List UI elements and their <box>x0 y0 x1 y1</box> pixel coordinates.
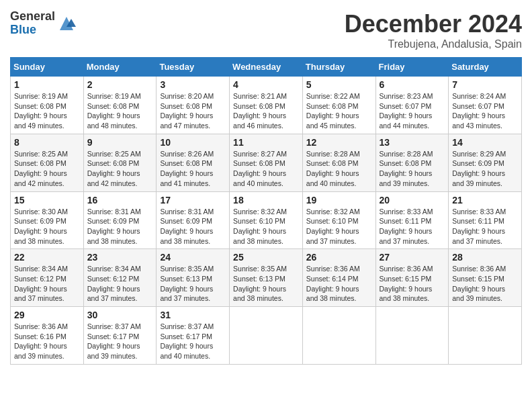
day-info: Sunrise: 8:23 AMSunset: 6:07 PMDaylight:… <box>380 92 433 130</box>
day-info: Sunrise: 8:25 AMSunset: 6:08 PMDaylight:… <box>87 150 141 187</box>
day-info: Sunrise: 8:33 AMSunset: 6:11 PMDaylight:… <box>452 208 506 245</box>
day-number: 14 <box>452 137 518 148</box>
header-day-saturday: Saturday <box>449 58 522 77</box>
day-number: 15 <box>14 195 80 205</box>
calendar-cell: 27 Sunrise: 8:36 AMSunset: 6:15 PMDaylig… <box>375 249 449 307</box>
calendar-table: SundayMondayTuesdayWednesdayThursdayFrid… <box>10 57 522 365</box>
calendar-cell: 22 Sunrise: 8:34 AMSunset: 6:12 PMDaylig… <box>11 249 84 307</box>
calendar-cell: 4 Sunrise: 8:21 AMSunset: 6:08 PMDayligh… <box>230 77 303 134</box>
day-number: 22 <box>14 252 80 263</box>
day-number: 6 <box>380 79 445 90</box>
page-header: General Blue December 2024 Trebujena, An… <box>10 10 522 50</box>
day-number: 17 <box>160 195 226 205</box>
calendar-cell: 16 Sunrise: 8:31 AMSunset: 6:09 PMDaylig… <box>83 191 157 249</box>
day-info: Sunrise: 8:36 AMSunset: 6:16 PMDaylight:… <box>14 322 68 360</box>
day-number: 2 <box>87 79 153 90</box>
calendar-cell: 5 Sunrise: 8:22 AMSunset: 6:08 PMDayligh… <box>302 77 375 134</box>
header-day-monday: Monday <box>83 58 157 77</box>
day-info: Sunrise: 8:27 AMSunset: 6:08 PMDaylight:… <box>233 150 287 187</box>
day-number: 8 <box>14 137 80 148</box>
day-number: 16 <box>87 195 153 205</box>
month-title: December 2024 <box>345 10 522 38</box>
day-number: 31 <box>160 310 226 320</box>
header-day-tuesday: Tuesday <box>157 58 230 77</box>
day-number: 13 <box>380 137 445 148</box>
calendar-cell: 31 Sunrise: 8:37 AMSunset: 6:17 PMDaylig… <box>157 307 230 365</box>
calendar-cell: 24 Sunrise: 8:35 AMSunset: 6:13 PMDaylig… <box>157 249 230 307</box>
day-info: Sunrise: 8:32 AMSunset: 6:10 PMDaylight:… <box>233 208 287 245</box>
day-number: 27 <box>380 252 445 263</box>
day-info: Sunrise: 8:20 AMSunset: 6:08 PMDaylight:… <box>160 92 214 130</box>
calendar-cell: 26 Sunrise: 8:36 AMSunset: 6:14 PMDaylig… <box>302 249 375 307</box>
day-number: 19 <box>306 195 372 205</box>
day-info: Sunrise: 8:29 AMSunset: 6:09 PMDaylight:… <box>452 150 506 187</box>
day-number: 18 <box>233 195 299 205</box>
calendar-cell: 25 Sunrise: 8:35 AMSunset: 6:13 PMDaylig… <box>230 249 303 307</box>
day-info: Sunrise: 8:22 AMSunset: 6:08 PMDaylight:… <box>306 92 360 130</box>
day-number: 10 <box>160 137 226 148</box>
day-info: Sunrise: 8:35 AMSunset: 6:13 PMDaylight:… <box>233 265 287 302</box>
day-number: 4 <box>233 79 299 90</box>
title-area: December 2024 Trebujena, Andalusia, Spai… <box>345 10 522 50</box>
day-info: Sunrise: 8:28 AMSunset: 6:08 PMDaylight:… <box>380 150 433 187</box>
day-number: 9 <box>87 137 153 148</box>
week-row-3: 15 Sunrise: 8:30 AMSunset: 6:09 PMDaylig… <box>11 191 522 249</box>
day-info: Sunrise: 8:37 AMSunset: 6:17 PMDaylight:… <box>87 322 141 360</box>
calendar-cell: 15 Sunrise: 8:30 AMSunset: 6:09 PMDaylig… <box>11 191 84 249</box>
day-number: 24 <box>160 252 226 263</box>
day-number: 30 <box>87 310 153 320</box>
day-info: Sunrise: 8:31 AMSunset: 6:09 PMDaylight:… <box>87 208 141 245</box>
week-row-4: 22 Sunrise: 8:34 AMSunset: 6:12 PMDaylig… <box>11 249 522 307</box>
day-info: Sunrise: 8:34 AMSunset: 6:12 PMDaylight:… <box>87 265 141 302</box>
calendar-cell: 13 Sunrise: 8:28 AMSunset: 6:08 PMDaylig… <box>375 134 449 191</box>
day-info: Sunrise: 8:28 AMSunset: 6:08 PMDaylight:… <box>306 150 360 187</box>
week-row-1: 1 Sunrise: 8:19 AMSunset: 6:08 PMDayligh… <box>11 77 522 134</box>
calendar-cell: 7 Sunrise: 8:24 AMSunset: 6:07 PMDayligh… <box>449 77 522 134</box>
day-number: 23 <box>87 252 153 263</box>
day-info: Sunrise: 8:36 AMSunset: 6:15 PMDaylight:… <box>380 265 433 302</box>
logo-text: General Blue <box>10 10 55 37</box>
header-row: SundayMondayTuesdayWednesdayThursdayFrid… <box>11 58 522 77</box>
day-info: Sunrise: 8:24 AMSunset: 6:07 PMDaylight:… <box>452 92 506 130</box>
calendar-cell: 23 Sunrise: 8:34 AMSunset: 6:12 PMDaylig… <box>83 249 157 307</box>
day-info: Sunrise: 8:35 AMSunset: 6:13 PMDaylight:… <box>160 265 214 302</box>
calendar-cell: 9 Sunrise: 8:25 AMSunset: 6:08 PMDayligh… <box>83 134 157 191</box>
day-number: 12 <box>306 137 372 148</box>
header-day-sunday: Sunday <box>11 58 84 77</box>
day-info: Sunrise: 8:36 AMSunset: 6:15 PMDaylight:… <box>452 265 506 302</box>
day-number: 1 <box>14 79 80 90</box>
day-info: Sunrise: 8:36 AMSunset: 6:14 PMDaylight:… <box>306 265 360 302</box>
week-row-2: 8 Sunrise: 8:25 AMSunset: 6:08 PMDayligh… <box>11 134 522 191</box>
day-number: 28 <box>452 252 518 263</box>
calendar-cell: 2 Sunrise: 8:19 AMSunset: 6:08 PMDayligh… <box>83 77 157 134</box>
calendar-cell: 18 Sunrise: 8:32 AMSunset: 6:10 PMDaylig… <box>230 191 303 249</box>
calendar-body: 1 Sunrise: 8:19 AMSunset: 6:08 PMDayligh… <box>11 77 522 365</box>
header-day-wednesday: Wednesday <box>230 58 303 77</box>
header-day-friday: Friday <box>375 58 449 77</box>
calendar-cell: 12 Sunrise: 8:28 AMSunset: 6:08 PMDaylig… <box>302 134 375 191</box>
header-day-thursday: Thursday <box>302 58 375 77</box>
calendar-cell: 3 Sunrise: 8:20 AMSunset: 6:08 PMDayligh… <box>157 77 230 134</box>
calendar-cell: 10 Sunrise: 8:26 AMSunset: 6:08 PMDaylig… <box>157 134 230 191</box>
day-info: Sunrise: 8:21 AMSunset: 6:08 PMDaylight:… <box>233 92 287 130</box>
calendar-cell: 8 Sunrise: 8:25 AMSunset: 6:08 PMDayligh… <box>11 134 84 191</box>
calendar-cell: 29 Sunrise: 8:36 AMSunset: 6:16 PMDaylig… <box>11 307 84 365</box>
day-info: Sunrise: 8:30 AMSunset: 6:09 PMDaylight:… <box>14 208 68 245</box>
calendar-cell: 14 Sunrise: 8:29 AMSunset: 6:09 PMDaylig… <box>449 134 522 191</box>
day-number: 21 <box>452 195 518 205</box>
day-number: 5 <box>306 79 372 90</box>
calendar-cell: 6 Sunrise: 8:23 AMSunset: 6:07 PMDayligh… <box>375 77 449 134</box>
calendar-cell <box>449 307 522 365</box>
day-info: Sunrise: 8:19 AMSunset: 6:08 PMDaylight:… <box>14 92 68 130</box>
logo: General Blue <box>10 10 77 37</box>
calendar-cell: 1 Sunrise: 8:19 AMSunset: 6:08 PMDayligh… <box>11 77 84 134</box>
day-number: 25 <box>233 252 299 263</box>
day-info: Sunrise: 8:32 AMSunset: 6:10 PMDaylight:… <box>306 208 360 245</box>
day-number: 3 <box>160 79 226 90</box>
calendar-cell: 30 Sunrise: 8:37 AMSunset: 6:17 PMDaylig… <box>83 307 157 365</box>
calendar-cell <box>375 307 449 365</box>
logo-general: General <box>10 10 55 24</box>
day-number: 7 <box>452 79 518 90</box>
calendar-cell: 28 Sunrise: 8:36 AMSunset: 6:15 PMDaylig… <box>449 249 522 307</box>
day-info: Sunrise: 8:26 AMSunset: 6:08 PMDaylight:… <box>160 150 214 187</box>
